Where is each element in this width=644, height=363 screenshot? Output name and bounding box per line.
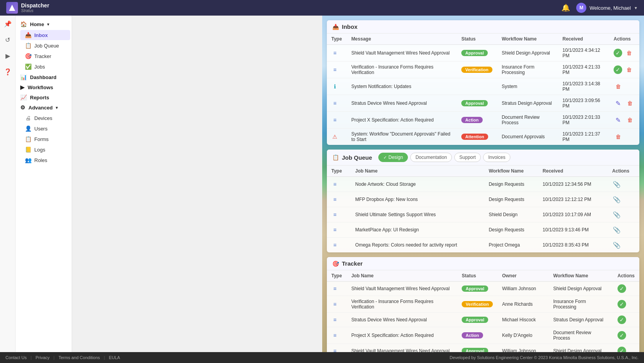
help-icon[interactable]: ❓ bbox=[2, 67, 13, 77]
tracker-table-header: Type Job Name Status Owner Workflow Name… bbox=[327, 270, 640, 282]
doc-type-icon: ≡ bbox=[332, 66, 339, 73]
row-message: Project X Specification: Action Required bbox=[347, 112, 457, 129]
sidebar-item-roles[interactable]: 👥 Roles bbox=[20, 155, 70, 165]
forms-icon: 📋 bbox=[25, 136, 31, 142]
tab-invoices[interactable]: Invoices bbox=[483, 153, 510, 162]
complete-button[interactable]: ✓ bbox=[618, 331, 626, 340]
row-status: Action bbox=[457, 327, 497, 344]
sidebar-parent-home[interactable]: 🏠 Home ▾ bbox=[16, 19, 72, 30]
edit-button[interactable]: ✎ bbox=[614, 115, 623, 125]
row-received: 10/1/2023 4:34:12 PM bbox=[558, 45, 609, 62]
dashboard-label: Dashboard bbox=[30, 74, 56, 80]
jobqueue-panel-title: Job Queue bbox=[342, 154, 372, 161]
footer-links: Contact Us | Privacy | Terms and Conditi… bbox=[5, 355, 120, 360]
row-type: ≡ bbox=[327, 222, 351, 238]
complete-button[interactable]: ✓ bbox=[618, 315, 626, 324]
row-actions: ✓ bbox=[613, 327, 639, 344]
assign-button[interactable]: 📎 bbox=[612, 180, 621, 189]
workflows-icon: ▶ bbox=[20, 84, 25, 90]
delete-button[interactable]: 🗑 bbox=[625, 115, 635, 125]
delete-button[interactable]: 🗑 bbox=[625, 65, 634, 74]
row-type: ≡ bbox=[327, 327, 347, 344]
sidebar-parent-advanced[interactable]: ⚙ Advanced ▾ bbox=[16, 102, 72, 113]
sidebar-item-devices[interactable]: 🖨 Devices bbox=[20, 113, 70, 123]
inbox-col-type: Type bbox=[327, 33, 347, 45]
row-actions: ✎🗑 bbox=[609, 95, 639, 112]
delete-button[interactable]: 🗑 bbox=[614, 82, 623, 91]
row-jobname: Shield Ultimate Settings Support Wires bbox=[351, 207, 484, 222]
jobs-icon: ✅ bbox=[25, 63, 31, 70]
table-row: ℹ System Notification: Updates System 10… bbox=[327, 78, 640, 95]
pin-icon[interactable]: 📌 bbox=[2, 19, 13, 29]
sidebar-parent-dashboard[interactable]: 📊 Dashboard bbox=[16, 72, 72, 82]
status-badge: Verification bbox=[462, 301, 492, 307]
assign-button[interactable]: 📎 bbox=[612, 210, 621, 219]
row-type: ℹ bbox=[327, 78, 347, 95]
row-type: ≡ bbox=[327, 296, 347, 313]
footer-link-contact[interactable]: Contact Us bbox=[5, 355, 26, 360]
row-workflow: Design Requests bbox=[484, 192, 538, 207]
app-title-sub: Stratus bbox=[21, 9, 49, 13]
row-type: ≡ bbox=[327, 238, 351, 253]
delete-button[interactable]: 🗑 bbox=[625, 99, 635, 108]
row-actions: ✓🗑 bbox=[609, 62, 639, 78]
assign-button[interactable]: 📎 bbox=[612, 195, 621, 204]
home-icon: 🏠 bbox=[20, 21, 27, 27]
action-icons: ✓ bbox=[618, 331, 635, 340]
avatar: M bbox=[576, 3, 586, 13]
sidebar-item-jobqueue[interactable]: 📋 Job Queue bbox=[20, 41, 70, 51]
row-actions: ✓ bbox=[613, 313, 639, 327]
topbar: Dispatcher Stratus 🔔 M Welcome, Michael … bbox=[0, 0, 644, 16]
refresh-icon[interactable]: ↺ bbox=[4, 35, 12, 45]
table-row: ≡ Node Artwork: Cloud Storage Design Req… bbox=[327, 177, 640, 192]
delete-button[interactable]: 🗑 bbox=[614, 132, 623, 141]
edit-button[interactable]: ✎ bbox=[614, 99, 623, 108]
sidebar-item-tracker[interactable]: 🎯 Tracker bbox=[20, 51, 70, 61]
advanced-label: Advanced bbox=[28, 105, 53, 111]
user-menu[interactable]: M Welcome, Michael ▼ bbox=[576, 3, 638, 13]
table-row: ≡ Stratus Device Wires Need Approval App… bbox=[327, 95, 640, 112]
delete-button[interactable]: 🗑 bbox=[625, 48, 634, 58]
sidebar-parent-reports[interactable]: 📈 Reports bbox=[16, 92, 72, 102]
footer-link-terms[interactable]: Terms and Conditions bbox=[58, 355, 100, 360]
assign-button[interactable]: 📎 bbox=[612, 240, 621, 250]
complete-button[interactable]: ✓ bbox=[618, 347, 626, 352]
action-icons: ✓ bbox=[618, 300, 635, 308]
table-row: ≡ Project X Specification: Action Requir… bbox=[327, 327, 640, 344]
tab-check-icon: ✓ bbox=[383, 155, 387, 160]
complete-button[interactable]: ✓ bbox=[618, 284, 626, 293]
row-jobname: Project X Specification: Action Required bbox=[347, 327, 457, 344]
row-jobname: MFP Dropbox App: New Icons bbox=[351, 192, 484, 207]
approve-button[interactable]: ✓ bbox=[614, 65, 622, 74]
tracker-panel-icon: 🎯 bbox=[332, 261, 339, 267]
sidebar-item-forms[interactable]: 📋 Forms bbox=[20, 134, 70, 144]
footer-link-privacy[interactable]: Privacy bbox=[35, 355, 49, 360]
row-received: 10/1/2023 12:34:56 PM bbox=[538, 177, 608, 192]
notifications-icon[interactable]: 🔔 bbox=[561, 4, 570, 12]
row-actions: 📎 bbox=[607, 222, 639, 238]
sidebar-item-logs[interactable]: 📒 Logs bbox=[20, 144, 70, 155]
approve-button[interactable]: ✓ bbox=[614, 49, 622, 57]
doc-type-icon: ≡ bbox=[332, 116, 339, 123]
action-icons: 📎 bbox=[612, 180, 635, 189]
action-icons: 🗑 bbox=[614, 132, 635, 141]
jobqueue-panel-header: 📋 Job Queue ✓ Design Documentation Suppo… bbox=[327, 150, 640, 166]
tab-design[interactable]: ✓ Design bbox=[378, 153, 408, 162]
action-icons: 📎 bbox=[612, 240, 635, 250]
sidebar-item-inbox[interactable]: 📥 Inbox bbox=[20, 30, 70, 40]
content-inner: 📥 Inbox Type Message Status Workflow Nam… bbox=[322, 16, 644, 352]
tab-support[interactable]: Support bbox=[454, 153, 481, 162]
complete-button[interactable]: ✓ bbox=[618, 300, 626, 308]
footer-link-eula[interactable]: EULA bbox=[109, 355, 120, 360]
row-type: ≡ bbox=[327, 177, 351, 192]
sidebar-parent-workflows[interactable]: ▶ Workflows bbox=[16, 82, 72, 92]
jq-col-type: Type bbox=[327, 166, 351, 177]
action-icons: ✎🗑 bbox=[614, 115, 635, 125]
play-icon[interactable]: ▶ bbox=[4, 51, 12, 61]
sidebar-item-jobs[interactable]: ✅ Jobs bbox=[20, 62, 70, 72]
inbox-panel-header: 📥 Inbox bbox=[327, 20, 640, 33]
sidebar-item-users[interactable]: 👤 Users bbox=[20, 123, 70, 134]
tab-documentation[interactable]: Documentation bbox=[410, 153, 452, 162]
assign-button[interactable]: 📎 bbox=[612, 225, 621, 234]
row-type: ≡ bbox=[327, 344, 347, 352]
